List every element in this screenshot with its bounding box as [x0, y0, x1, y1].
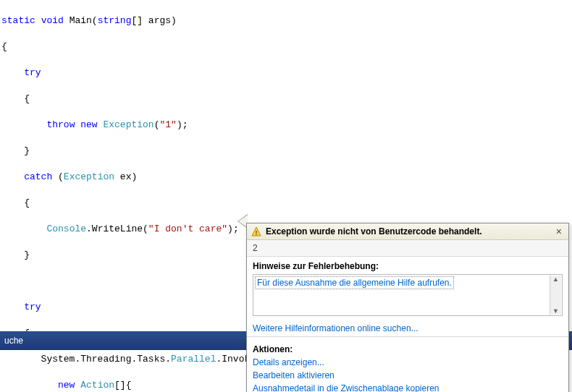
popup-titlebar: ! Exception wurde nicht von Benutzercode… — [247, 223, 568, 240]
action-enable-edit[interactable]: Bearbeiten aktivieren — [253, 369, 563, 382]
hint-link-general-help[interactable]: Für diese Ausnahme die allgemeine Hilfe … — [255, 276, 454, 289]
close-button[interactable]: × — [554, 226, 564, 237]
status-text: uche — [4, 336, 23, 346]
actions-label: Aktionen: — [253, 340, 563, 356]
action-copy-clipboard[interactable]: Ausnahmedetail in die Zwischenablage kop… — [253, 382, 563, 392]
hints-scrollbar[interactable]: ▲ ▼ — [550, 276, 561, 315]
search-online-link[interactable]: Weitere Hilfeinformationen online suchen… — [253, 323, 419, 333]
warning-icon: ! — [251, 226, 261, 237]
scroll-up-icon[interactable]: ▲ — [552, 276, 559, 283]
hints-box: Für diese Ausnahme die allgemeine Hilfe … — [253, 274, 563, 316]
exception-popup: ! Exception wurde nicht von Benutzercode… — [246, 223, 569, 392]
action-view-details[interactable]: Details anzeigen... — [253, 356, 563, 369]
exception-message: 2 — [247, 240, 568, 257]
popup-title: Exception wurde nicht von Benutzercode b… — [266, 226, 482, 237]
scroll-down-icon[interactable]: ▼ — [552, 307, 559, 315]
svg-text:!: ! — [256, 229, 258, 237]
hints-label: Hinweise zur Fehlerbehebung: — [247, 257, 568, 273]
